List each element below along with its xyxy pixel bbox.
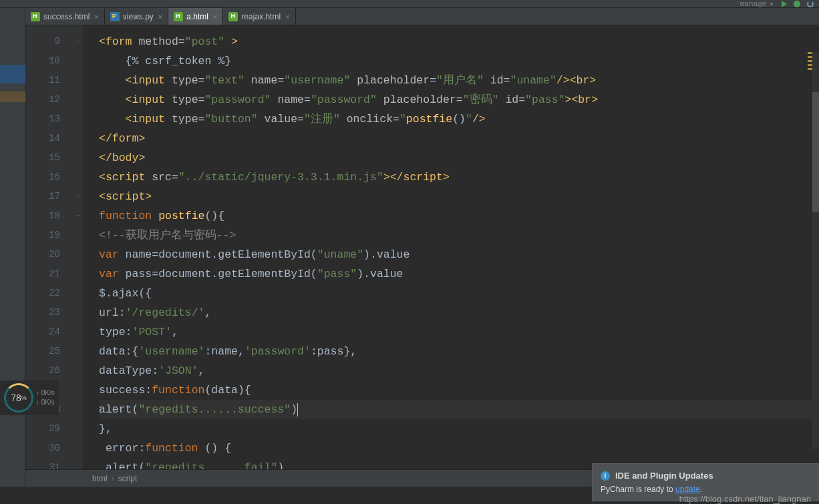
update-link[interactable]: update <box>675 485 700 494</box>
ide-update-notification[interactable]: i IDE and Plugin Updates PyCharm is read… <box>592 463 819 501</box>
text-cursor <box>297 403 298 417</box>
line-number[interactable]: 16 <box>25 168 60 187</box>
code-line[interactable]: }, <box>99 419 819 439</box>
line-number[interactable]: 19 <box>25 226 60 245</box>
code-line[interactable]: <input type="button" value="注册" onclick=… <box>99 109 819 129</box>
close-icon[interactable]: × <box>285 13 289 21</box>
fold-toggle[interactable] <box>72 361 83 381</box>
editor-tab[interactable]: reajax.html× <box>223 8 295 25</box>
breadcrumb-item[interactable]: html <box>92 474 108 483</box>
line-number[interactable]: 17 <box>25 187 60 206</box>
editor-tab[interactable]: a.html× <box>168 8 223 25</box>
fold-toggle[interactable] <box>72 90 83 109</box>
code-line[interactable]: <form method="post" > <box>99 32 819 51</box>
code-area[interactable]: <form method="post" > {% csrf_token %} <… <box>83 25 819 469</box>
line-number[interactable]: 21 <box>25 264 60 284</box>
chevron-right-icon: › <box>112 474 114 483</box>
code-line[interactable]: var pass=document.getElementById("pass")… <box>99 264 819 284</box>
run-icon[interactable] <box>782 1 787 7</box>
fold-toggle[interactable]: − <box>72 187 83 206</box>
fold-toggle[interactable]: − <box>72 206 83 226</box>
fold-toggle[interactable] <box>72 148 83 168</box>
close-icon[interactable]: × <box>94 13 98 21</box>
fold-gutter[interactable]: −−− <box>72 25 83 469</box>
line-number[interactable]: 20 <box>25 245 60 264</box>
info-icon: i <box>601 471 610 481</box>
code-line[interactable]: <script src="../static/jquery-3.3.1.min.… <box>99 168 819 187</box>
fold-toggle[interactable] <box>72 129 83 148</box>
line-number[interactable]: 18 <box>25 206 60 226</box>
code-line[interactable]: <script> <box>99 187 819 206</box>
line-number[interactable]: 13 <box>25 109 60 129</box>
fold-toggle[interactable] <box>72 168 83 187</box>
breadcrumb-item[interactable]: script <box>118 474 138 483</box>
close-icon[interactable]: × <box>213 13 217 21</box>
code-line[interactable]: dataType:'JSON', <box>99 361 819 381</box>
code-line[interactable]: <input type="password" name="password" p… <box>99 90 819 109</box>
rerun-icon[interactable] <box>807 1 814 7</box>
line-number[interactable]: 9 <box>25 32 60 51</box>
code-line[interactable]: error:function () { <box>99 439 819 458</box>
code-editor[interactable]: 9101112131415161718192021222324252627282… <box>25 25 819 469</box>
line-number[interactable]: 29 <box>25 419 60 439</box>
scrollbar-thumb[interactable] <box>812 92 819 212</box>
code-line[interactable]: type:'POST', <box>99 322 819 342</box>
fold-toggle[interactable]: − <box>72 32 83 51</box>
scrollbar-vertical[interactable] <box>812 52 819 449</box>
fold-toggle[interactable] <box>72 458 83 469</box>
editor-tabs: success.html×views.py×a.html×reajax.html… <box>25 8 819 25</box>
close-icon[interactable]: × <box>158 13 162 21</box>
editor-tab[interactable]: views.py× <box>105 8 168 25</box>
fold-toggle[interactable] <box>72 51 83 71</box>
fold-toggle[interactable] <box>72 439 83 458</box>
code-line[interactable]: </form> <box>99 129 819 148</box>
line-number[interactable]: 30 <box>25 439 60 458</box>
code-line[interactable]: function postfie(){ <box>99 206 819 226</box>
fold-toggle[interactable] <box>72 245 83 264</box>
line-number[interactable]: 14 <box>25 129 60 148</box>
fold-toggle[interactable] <box>72 322 83 342</box>
line-number[interactable]: 23 <box>25 303 60 322</box>
line-number[interactable]: 11 <box>25 71 60 90</box>
code-line[interactable]: success:function(data){ <box>99 381 819 400</box>
html-file-icon <box>31 12 40 21</box>
tab-label: views.py <box>123 12 154 21</box>
line-number[interactable]: 10 <box>25 51 60 71</box>
fold-toggle[interactable] <box>72 71 83 90</box>
code-line[interactable]: data:{'username':name,'password':pass}, <box>99 342 819 361</box>
inspection-stripe[interactable] <box>808 52 812 72</box>
usage-dial: 78% <box>4 383 33 413</box>
fold-toggle[interactable] <box>72 419 83 439</box>
code-line[interactable]: $.ajax({ <box>99 284 819 303</box>
upload-icon: ↑ <box>36 389 39 397</box>
fold-toggle[interactable] <box>72 342 83 361</box>
code-line[interactable]: alert("regedits......success") <box>99 400 819 419</box>
debug-icon[interactable] <box>794 1 800 7</box>
line-number[interactable]: 24 <box>25 322 60 342</box>
code-line[interactable]: <!--获取用户名与密码--> <box>99 226 819 245</box>
code-line[interactable]: {% csrf_token %} <box>99 51 819 71</box>
fold-toggle[interactable] <box>72 226 83 245</box>
fold-toggle[interactable] <box>72 303 83 322</box>
code-line[interactable]: url:'/regedits/', <box>99 303 819 322</box>
fold-toggle[interactable] <box>72 264 83 284</box>
line-number[interactable]: 12 <box>25 90 60 109</box>
line-number[interactable]: 15 <box>25 148 60 168</box>
line-number[interactable]: 31 <box>25 458 60 469</box>
py-file-icon <box>110 12 120 21</box>
fold-toggle[interactable] <box>72 109 83 129</box>
editor-tab[interactable]: success.html× <box>25 8 105 25</box>
line-number[interactable]: 22 <box>25 284 60 303</box>
html-file-icon <box>174 12 183 21</box>
tab-label: success.html <box>43 12 90 21</box>
line-number[interactable]: 26 <box>25 361 60 381</box>
fold-toggle[interactable] <box>72 400 83 419</box>
code-line[interactable]: </body> <box>99 148 819 168</box>
code-line[interactable]: <input type="text" name="username" place… <box>99 71 819 90</box>
run-config-dropdown[interactable]: manage▾ <box>740 0 774 9</box>
tool-window-selection <box>0 65 25 83</box>
line-number[interactable]: 25 <box>25 342 60 361</box>
code-line[interactable]: var name=document.getElementById("uname"… <box>99 245 819 264</box>
fold-toggle[interactable] <box>72 284 83 303</box>
fold-toggle[interactable] <box>72 381 83 400</box>
